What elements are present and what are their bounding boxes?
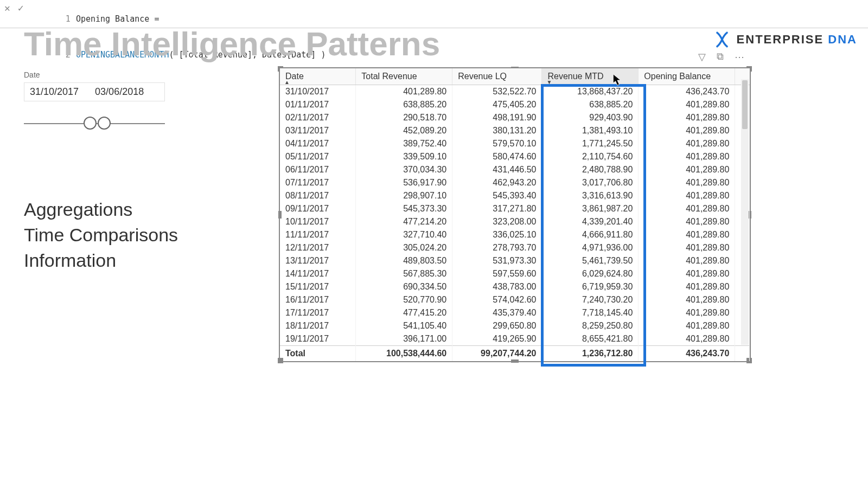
formula-bar: ✕ ✓ 1Opening Balance = 2OPENINGBALANCEMO… xyxy=(0,0,868,28)
sort-asc-icon: ▲ xyxy=(284,79,290,85)
cell-revenue-mtd: 638,885.20 xyxy=(542,98,639,111)
cell-total-revenue: 541,105.40 xyxy=(356,319,452,332)
commit-formula-icon[interactable]: ✓ xyxy=(18,2,24,14)
cell-revenue-lq: 531,973.30 xyxy=(452,254,542,267)
table-row[interactable]: 18/11/2017541,105.40299,650.808,259,250.… xyxy=(280,319,750,332)
cell-date: 09/11/2017 xyxy=(280,202,356,215)
cell-revenue-mtd: 7,718,145.40 xyxy=(542,306,639,319)
cell-opening-balance: 401,289.80 xyxy=(639,215,735,228)
table-row[interactable]: 01/11/2017638,885.20475,405.20638,885.20… xyxy=(280,98,750,111)
page-title: Time Intelligence Patterns xyxy=(24,27,440,61)
col-header-total-revenue[interactable]: Total Revenue xyxy=(356,68,452,85)
table-row[interactable]: 06/11/2017370,034.30431,446.502,480,788.… xyxy=(280,163,750,176)
brand-logo: ENTERPRISE DNA xyxy=(713,30,857,49)
table-row[interactable]: 16/11/2017520,770.90574,042.607,240,730.… xyxy=(280,293,750,306)
table-row[interactable]: 19/11/2017396,171.00419,265.908,655,421.… xyxy=(280,332,750,346)
cell-date: 31/10/2017 xyxy=(280,85,356,99)
cell-revenue-mtd: 2,110,754.60 xyxy=(542,150,639,163)
matrix-visual[interactable]: Date ▲ Total Revenue Revenue LQ Revenue … xyxy=(279,67,751,362)
cell-revenue-mtd: 13,868,437.20 xyxy=(542,85,639,99)
cell-total-revenue: 690,334.50 xyxy=(356,280,452,293)
cell-total-revenue: 339,509.10 xyxy=(356,150,452,163)
table-row[interactable]: 12/11/2017305,024.20278,793.704,971,936.… xyxy=(280,241,750,254)
table-row[interactable]: 05/11/2017339,509.10580,474.602,110,754.… xyxy=(280,150,750,163)
nav-information[interactable]: Information xyxy=(24,250,257,271)
col-header-revenue-lq[interactable]: Revenue LQ xyxy=(452,68,542,85)
table-row[interactable]: 15/11/2017690,334.50438,783.006,719,959.… xyxy=(280,280,750,293)
col-header-date[interactable]: Date ▲ xyxy=(280,68,356,85)
table-row[interactable]: 17/11/2017477,415.20435,379.407,718,145.… xyxy=(280,306,750,319)
cell-revenue-lq: 380,131.20 xyxy=(452,124,542,137)
table-row[interactable]: 13/11/2017489,803.50531,973.305,461,739.… xyxy=(280,254,750,267)
scrollbar-thumb[interactable] xyxy=(742,80,748,129)
table-row[interactable]: 03/11/2017452,089.20380,131.201,381,493.… xyxy=(280,124,750,137)
cell-revenue-mtd: 8,655,421.80 xyxy=(542,332,639,346)
table-row[interactable]: 09/11/2017545,373.30317,271.803,861,987.… xyxy=(280,202,750,215)
table-row[interactable]: 04/11/2017389,752.40579,570.101,771,245.… xyxy=(280,137,750,150)
cell-total-revenue: 298,907.10 xyxy=(356,189,452,202)
table-row[interactable]: 02/11/2017290,518.70498,191.90929,403.90… xyxy=(280,111,750,124)
cell-revenue-mtd: 7,240,730.20 xyxy=(542,293,639,306)
cell-revenue-lq: 574,042.60 xyxy=(452,293,542,306)
cell-date: 14/11/2017 xyxy=(280,267,356,280)
col-header-revenue-mtd[interactable]: Revenue MTD ▼ xyxy=(542,68,639,85)
cell-date: 11/11/2017 xyxy=(280,228,356,241)
cell-revenue-lq: 580,474.60 xyxy=(452,150,542,163)
cell-date: 03/11/2017 xyxy=(280,124,356,137)
nav-aggregations[interactable]: Aggregations xyxy=(24,199,257,220)
cell-opening-balance: 401,289.80 xyxy=(639,228,735,241)
filter-icon[interactable]: ▽ xyxy=(698,51,706,63)
cell-total-revenue: 401,289.80 xyxy=(356,85,452,99)
table-row[interactable]: 07/11/2017536,917.90462,943.203,017,706.… xyxy=(280,176,750,189)
cell-revenue-lq: 431,446.50 xyxy=(452,163,542,176)
table-row[interactable]: 10/11/2017477,214.20323,208.004,339,201.… xyxy=(280,215,750,228)
cancel-formula-icon[interactable]: ✕ xyxy=(4,2,10,14)
cell-total-revenue: 370,034.30 xyxy=(356,163,452,176)
slider-handle-start[interactable] xyxy=(84,117,97,130)
cell-revenue-lq: 579,570.10 xyxy=(452,137,542,150)
sort-desc-icon: ▼ xyxy=(546,79,552,85)
nav-time-comparisons[interactable]: Time Comparisons xyxy=(24,224,257,246)
more-options-icon[interactable]: ⋯ xyxy=(735,51,744,63)
cell-revenue-mtd: 1,771,245.50 xyxy=(542,137,639,150)
cell-revenue-lq: 597,559.60 xyxy=(452,267,542,280)
cell-date: 12/11/2017 xyxy=(280,241,356,254)
date-slider[interactable] xyxy=(24,112,165,134)
slider-handle-end[interactable] xyxy=(98,117,111,130)
table-row[interactable]: 14/11/2017567,885.30597,559.606,029,624.… xyxy=(280,267,750,280)
cell-opening-balance: 401,289.80 xyxy=(639,254,735,267)
focus-mode-icon[interactable]: ⧉ xyxy=(717,51,724,63)
cell-revenue-mtd: 2,480,788.90 xyxy=(542,163,639,176)
cell-revenue-mtd: 929,403.90 xyxy=(542,111,639,124)
cell-date: 16/11/2017 xyxy=(280,293,356,306)
cell-total-revenue: 477,415.20 xyxy=(356,306,452,319)
table-row[interactable]: 31/10/2017401,289.80532,522.7013,868,437… xyxy=(280,85,750,99)
cell-opening-balance: 401,289.80 xyxy=(639,98,735,111)
cell-date: 08/11/2017 xyxy=(280,189,356,202)
date-from[interactable]: 31/10/2017 xyxy=(30,86,79,98)
cell-date: 10/11/2017 xyxy=(280,215,356,228)
cell-opening-balance: 401,289.80 xyxy=(639,306,735,319)
vertical-scrollbar[interactable] xyxy=(741,79,749,345)
cell-revenue-lq: 498,191.90 xyxy=(452,111,542,124)
date-to[interactable]: 03/06/2018 xyxy=(95,86,144,98)
cell-revenue-lq: 299,650.80 xyxy=(452,319,542,332)
table-row[interactable]: 11/11/2017327,710.40336,025.104,666,911.… xyxy=(280,228,750,241)
table-row[interactable]: 08/11/2017298,907.10545,393.403,316,613.… xyxy=(280,189,750,202)
cell-revenue-lq: 278,793.70 xyxy=(452,241,542,254)
cell-total-revenue: 452,089.20 xyxy=(356,124,452,137)
cell-date: 04/11/2017 xyxy=(280,137,356,150)
date-slicer[interactable]: 31/10/2017 03/06/2018 xyxy=(24,82,165,101)
cell-date: 06/11/2017 xyxy=(280,163,356,176)
cell-revenue-mtd: 4,666,911.80 xyxy=(542,228,639,241)
cell-opening-balance: 401,289.80 xyxy=(639,163,735,176)
col-header-opening-balance[interactable]: Opening Balance xyxy=(639,68,735,85)
cell-opening-balance: 401,289.80 xyxy=(639,124,735,137)
cell-revenue-lq: 323,208.00 xyxy=(452,215,542,228)
date-slicer-label: Date xyxy=(24,70,257,79)
cell-total-revenue: 327,710.40 xyxy=(356,228,452,241)
cell-date: 13/11/2017 xyxy=(280,254,356,267)
cell-revenue-mtd: 3,017,706.80 xyxy=(542,176,639,189)
cell-revenue-lq: 545,393.40 xyxy=(452,189,542,202)
cell-revenue-lq: 419,265.90 xyxy=(452,332,542,346)
